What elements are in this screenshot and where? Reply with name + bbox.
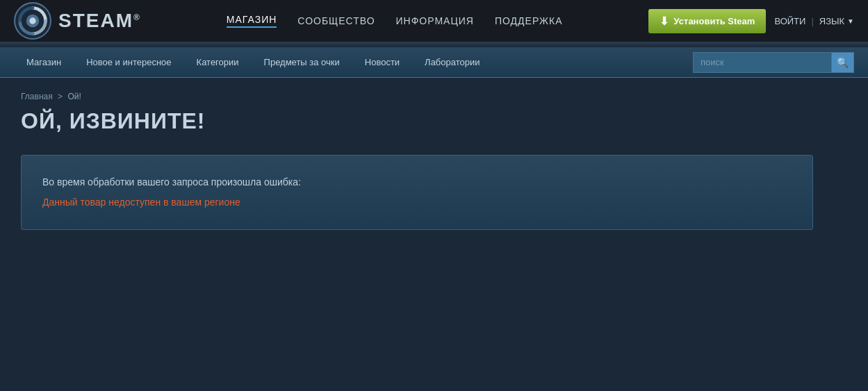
install-steam-button[interactable]: ⬇ Установить Steam [648, 9, 767, 33]
subnav-store[interactable]: Магазин [14, 47, 74, 78]
error-prefix: Во время обработки вашего запроса произо… [42, 176, 792, 188]
logo-area: STEAM® [14, 2, 141, 40]
nav-item-store[interactable]: МАГАЗИН [227, 14, 277, 28]
download-icon: ⬇ [660, 15, 669, 28]
breadcrumb-home[interactable]: Главная [21, 92, 53, 101]
top-bar: STEAM® МАГАЗИН СООБЩЕСТВО ИНФОРМАЦИЯ ПОД… [0, 0, 868, 42]
error-box: Во время обработки вашего запроса произо… [21, 155, 813, 230]
sub-nav: Магазин Новое и интересное Категории Пре… [0, 47, 868, 78]
nav-item-support[interactable]: ПОДДЕРЖКА [495, 15, 563, 26]
steam-brand: STEAM® [58, 10, 141, 32]
subnav-new[interactable]: Новое и интересное [74, 47, 183, 78]
breadcrumb-current: Ой! [67, 92, 81, 101]
chevron-down-icon: ▼ [847, 17, 854, 25]
top-right-links: ВОЙТИ | ЯЗЫК ▼ [774, 16, 854, 26]
nav-item-community[interactable]: СООБЩЕСТВО [297, 15, 375, 26]
page-title: ОЙ, ИЗВИНИТЕ! [21, 108, 813, 134]
main-content: Главная > Ой! ОЙ, ИЗВИНИТЕ! Во время обр… [0, 78, 834, 244]
install-btn-label: Установить Steam [674, 16, 755, 26]
subnav-categories[interactable]: Категории [184, 47, 252, 78]
search-area: 🔍 [693, 52, 854, 73]
breadcrumb: Главная > Ой! [21, 92, 813, 101]
sub-nav-items: Магазин Новое и интересное Категории Пре… [14, 47, 693, 78]
top-nav: МАГАЗИН СООБЩЕСТВО ИНФОРМАЦИЯ ПОДДЕРЖКА [227, 14, 563, 28]
nav-item-info[interactable]: ИНФОРМАЦИЯ [396, 15, 474, 26]
subnav-news[interactable]: Новости [352, 47, 412, 78]
search-button[interactable]: 🔍 [832, 52, 854, 73]
login-link[interactable]: ВОЙТИ [774, 16, 805, 26]
lang-label: ЯЗЫК [819, 16, 844, 26]
svg-point-3 [29, 17, 35, 24]
subnav-labs[interactable]: Лаборатории [412, 47, 492, 78]
search-icon: 🔍 [837, 57, 849, 68]
separator: | [811, 16, 813, 26]
top-right: ⬇ Установить Steam ВОЙТИ | ЯЗЫК ▼ [648, 9, 854, 33]
breadcrumb-separator: > [58, 92, 63, 101]
error-link[interactable]: Данный товар недоступен в вашем регионе [42, 197, 240, 208]
search-input[interactable] [693, 52, 832, 73]
steam-logo [14, 2, 51, 40]
steam-logo-svg [15, 2, 50, 40]
subnav-points[interactable]: Предметы за очки [252, 47, 352, 78]
language-button[interactable]: ЯЗЫК ▼ [819, 16, 854, 26]
